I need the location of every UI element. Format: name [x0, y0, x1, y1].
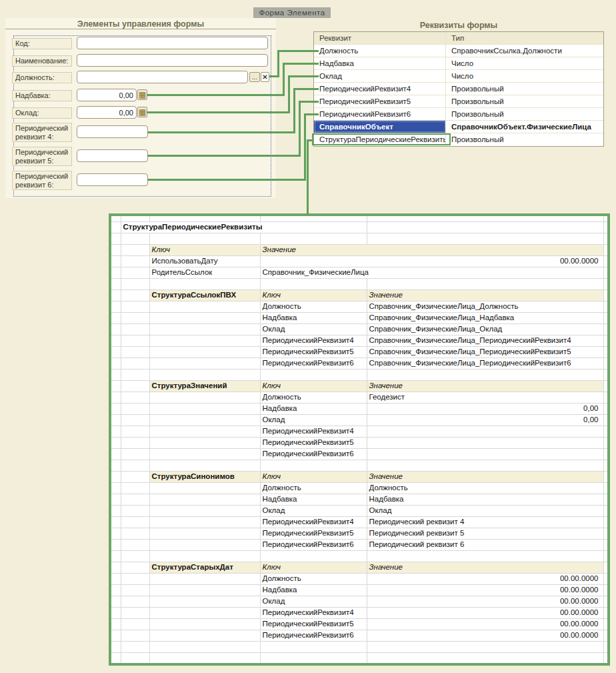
sheet-empty-cell	[121, 233, 149, 244]
sheet-key-cell: Оклад	[260, 323, 367, 335]
sheet-root-title: СтруктураПериодическиеРеквизиты	[121, 221, 367, 233]
attr-type-cell: Произвольный	[446, 83, 603, 95]
oklad-input[interactable]	[77, 106, 137, 119]
attr-type-cell: Число	[446, 70, 603, 82]
sheet-key-cell: ПериодическийРеквизит6	[260, 630, 367, 641]
sheet-empty-cell	[149, 539, 260, 550]
attr-row-ПериодическийРеквизит4[interactable]: ПериодическийРеквизит4Произвольный	[314, 83, 603, 95]
sheet-empty-cell	[603, 369, 607, 380]
sheet-value-cell: Периодический реквизит 5	[367, 528, 603, 539]
sheet-empty-cell	[603, 460, 607, 471]
sheet-empty-cell	[121, 369, 149, 380]
attr-type-cell: СправочникСсылка.Должности	[446, 45, 603, 57]
sheet-empty-cell	[149, 414, 260, 426]
sheet-key-cell: ПериодическийРеквизит4	[260, 607, 367, 618]
sheet-key-cell: Надбавка	[260, 584, 367, 596]
field-label-line: Должность:	[15, 73, 69, 82]
attr-row-Должность[interactable]: ДолжностьСправочникСсылка.Должности	[314, 45, 603, 57]
sheet-empty-cell	[603, 414, 607, 426]
sheet-empty-cell	[111, 289, 121, 301]
sheet-empty-cell	[111, 437, 121, 448]
per4-input[interactable]	[77, 125, 148, 138]
sheet-empty-cell	[603, 392, 607, 403]
sheet-empty-cell	[111, 618, 121, 630]
sheet-empty-cell	[111, 573, 121, 584]
sheet-empty-cell	[111, 414, 121, 426]
sheet-empty-cell	[121, 255, 149, 267]
sheet-empty-cell	[367, 652, 603, 664]
sheet-empty-cell	[121, 301, 149, 312]
dolzh-select-button[interactable]: ...	[249, 72, 260, 82]
sheet-empty-cell	[121, 380, 149, 392]
sheet-empty-cell	[149, 607, 260, 618]
field-label-line: Надбавка:	[15, 91, 69, 100]
oklad-calculator-button[interactable]: ▦	[137, 107, 147, 117]
attr-type-cell: Произвольный	[446, 133, 603, 146]
dolzh-clear-button[interactable]: ✕	[261, 72, 269, 82]
sheet-empty-cell	[111, 641, 121, 652]
sheet-key-cell: ИспользоватьДату	[149, 255, 260, 267]
right-panel-heading: Реквизиты формы	[313, 21, 604, 30]
sheet-empty-cell	[111, 323, 121, 335]
sheet-value-cell: Надбавка	[367, 494, 603, 505]
sheet-empty-cell	[121, 471, 149, 482]
sheet-empty-cell	[111, 505, 121, 516]
dolzh-input[interactable]	[77, 71, 248, 83]
sheet-empty-cell	[149, 346, 260, 358]
sheet-key-cell: Должность	[260, 301, 367, 312]
sheet-value-cell	[367, 448, 603, 460]
sheet-empty-cell	[121, 335, 149, 346]
sheet-empty-cell	[367, 641, 603, 652]
attr-row-ПериодическийРеквизит5[interactable]: ПериодическийРеквизит5Произвольный	[314, 95, 603, 108]
sheet-empty-cell	[111, 607, 121, 618]
sheet-empty-cell	[603, 494, 607, 505]
sheet-empty-cell	[149, 448, 260, 460]
sheet-empty-cell	[149, 392, 260, 403]
attr-row-СправочникОбъект[interactable]: СправочникОбъектСправочникОбъект.Физичес…	[314, 121, 603, 133]
sheet-empty-cell	[149, 437, 260, 448]
sheet-empty-cell	[149, 460, 260, 471]
sheet-key-cell: Надбавка	[260, 403, 367, 414]
attr-row-СтруктураПериодическиеРеквизиты[interactable]: СтруктураПериодическиеРеквизитыПроизволь…	[314, 133, 603, 146]
attr-row-Надбавка[interactable]: НадбавкаЧисло	[314, 57, 603, 70]
per6-input[interactable]	[77, 173, 148, 186]
window-tag: Форма Элемента	[253, 7, 331, 18]
sheet-empty-cell	[603, 403, 607, 414]
sheet-empty-cell	[367, 278, 603, 289]
field-label-line: Периодический	[15, 124, 69, 133]
naim-input[interactable]	[77, 54, 268, 67]
sheet-empty-cell	[603, 437, 607, 448]
sheet-empty-cell	[111, 516, 121, 528]
attr-row-ПериодическийРеквизит6[interactable]: ПериодическийРеквизит6Произвольный	[314, 108, 603, 121]
sheet-empty-cell	[603, 618, 607, 630]
sheet-empty-cell	[367, 221, 603, 233]
sheet-key-cell: РодительСсылок	[149, 267, 260, 278]
sheet-empty-cell	[111, 335, 121, 346]
sheet-key-header: Ключ	[149, 244, 260, 255]
sheet-value-cell: Геодезист	[367, 392, 603, 403]
sheet-key-cell: ПериодическийРеквизит6	[260, 539, 367, 550]
sheet-value-cell: Периодический реквизит 6	[367, 539, 603, 550]
calculator-icon: ▦	[139, 107, 146, 117]
per5-input[interactable]	[77, 149, 148, 162]
nadb-input[interactable]	[77, 89, 137, 101]
sheet-empty-cell	[603, 335, 607, 346]
sheet-empty-cell	[260, 216, 367, 221]
sheet-empty-cell	[111, 596, 121, 607]
sheet-value-cell: Оклад	[367, 505, 603, 516]
sheet-value-cell: Периодический реквизит 4	[367, 516, 603, 528]
attr-header-row: РеквизитТип	[314, 32, 603, 45]
sheet-empty-cell	[111, 494, 121, 505]
kod-input[interactable]	[77, 37, 268, 49]
sheet-empty-cell	[149, 528, 260, 539]
structure-sheet: СтруктураПериодическиеРеквизитыКлючЗначе…	[109, 213, 610, 666]
sheet-value-cell: 00.00.0000	[367, 607, 603, 618]
sheet-empty-cell	[121, 437, 149, 448]
connector-structure	[307, 140, 313, 215]
sheet-key-cell: ПериодическийРеквизит5	[260, 437, 367, 448]
nadb-calculator-button[interactable]: ▦	[137, 89, 147, 100]
sheet-empty-cell	[111, 301, 121, 312]
field-label-per6: Периодическийреквизит 6:	[12, 171, 72, 190]
attr-row-Оклад[interactable]: ОкладЧисло	[314, 70, 603, 83]
sheet-empty-cell	[111, 471, 121, 482]
